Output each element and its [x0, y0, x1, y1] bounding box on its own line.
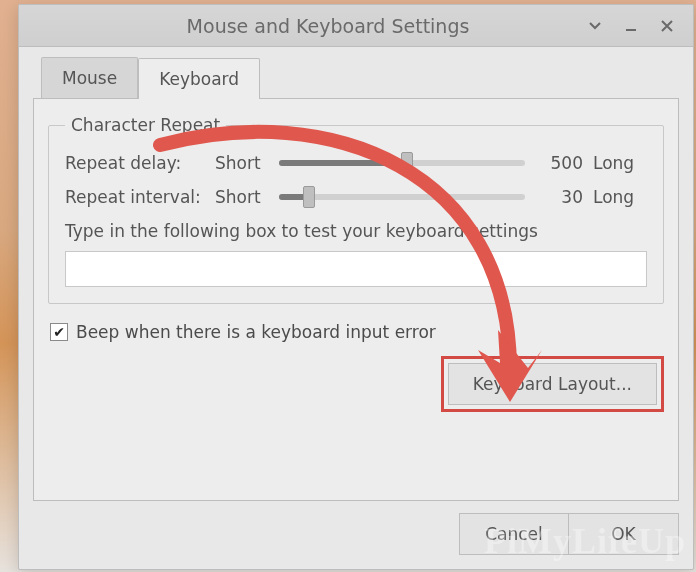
- repeat-interval-short: Short: [215, 187, 269, 207]
- repeat-delay-value: 500: [535, 153, 583, 173]
- repeat-interval-value: 30: [535, 187, 583, 207]
- character-repeat-group: Character Repeat Repeat delay: Short 500…: [48, 115, 664, 304]
- repeat-delay-long: Long: [593, 153, 647, 173]
- close-icon[interactable]: [649, 11, 685, 41]
- repeat-delay-row: Repeat delay: Short 500 Long: [65, 153, 647, 173]
- beep-row[interactable]: ✔ Beep when there is a keyboard input er…: [50, 322, 664, 342]
- tabs: Mouse Keyboard: [41, 57, 679, 98]
- settings-window: Mouse and Keyboard Settings Mouse Keyboa…: [18, 4, 694, 570]
- dropdown-icon[interactable]: [577, 11, 613, 41]
- titlebar: Mouse and Keyboard Settings: [19, 5, 693, 47]
- window-body: Mouse Keyboard Character Repeat Repeat d…: [19, 47, 693, 569]
- test-input[interactable]: [65, 251, 647, 287]
- minimize-icon[interactable]: [613, 11, 649, 41]
- tab-keyboard[interactable]: Keyboard: [138, 58, 260, 99]
- keyboard-layout-button[interactable]: Keyboard Layout...: [448, 363, 657, 405]
- repeat-interval-row: Repeat interval: Short 30 Long: [65, 187, 647, 207]
- keyboard-layout-row: Keyboard Layout...: [48, 356, 664, 412]
- svg-rect-0: [626, 29, 636, 31]
- dialog-buttons: Cancel OK: [33, 513, 679, 555]
- repeat-interval-slider[interactable]: [279, 188, 525, 206]
- repeat-interval-label: Repeat interval:: [65, 187, 205, 207]
- window-title: Mouse and Keyboard Settings: [19, 15, 577, 37]
- beep-checkbox[interactable]: ✔: [50, 323, 68, 341]
- tab-panel-keyboard: Character Repeat Repeat delay: Short 500…: [33, 98, 679, 501]
- repeat-delay-short: Short: [215, 153, 269, 173]
- highlight-box: Keyboard Layout...: [441, 356, 664, 412]
- group-legend: Character Repeat: [65, 115, 226, 135]
- repeat-delay-label: Repeat delay:: [65, 153, 205, 173]
- repeat-delay-slider[interactable]: [279, 154, 525, 172]
- test-help-text: Type in the following box to test your k…: [65, 221, 647, 241]
- tab-mouse[interactable]: Mouse: [41, 57, 138, 98]
- beep-label: Beep when there is a keyboard input erro…: [76, 322, 436, 342]
- cancel-button[interactable]: Cancel: [459, 513, 569, 555]
- repeat-interval-long: Long: [593, 187, 647, 207]
- ok-button[interactable]: OK: [569, 513, 679, 555]
